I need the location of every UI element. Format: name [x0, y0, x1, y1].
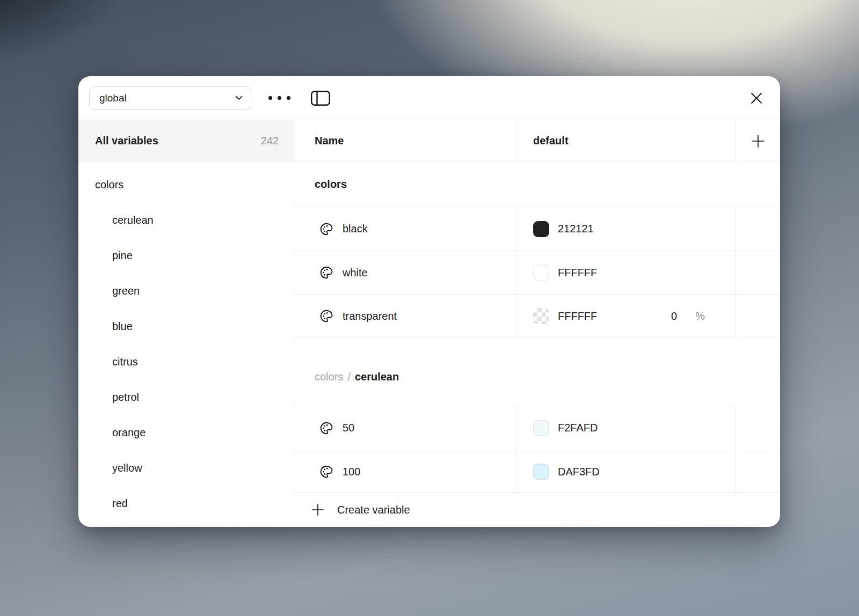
hex-value[interactable]: FFFFFF — [558, 267, 597, 279]
blurred-desktop-background: global — [0, 0, 859, 616]
create-variable-label: Create variable — [337, 504, 410, 516]
sidebar-item-yellow[interactable]: yellow — [78, 450, 295, 486]
opacity-unit: % — [695, 310, 705, 322]
topbar-right-section — [295, 76, 780, 120]
breadcrumb-separator: / — [347, 371, 351, 383]
breadcrumb-current: cerulean — [355, 371, 399, 383]
variable-row-50[interactable]: 50 F2FAFD — [295, 405, 780, 451]
plus-icon — [311, 503, 324, 516]
sidebar-item-blue[interactable]: blue — [78, 309, 295, 344]
sidebar-item-red[interactable]: red — [78, 486, 295, 521]
plus-icon — [751, 134, 765, 148]
group-header-colors: colors — [295, 162, 780, 207]
variables-modal: global — [78, 76, 780, 527]
sidebar-item-colors[interactable]: colors — [78, 167, 295, 202]
palette-icon — [319, 309, 334, 324]
sidebar-item-orange[interactable]: orange — [78, 415, 295, 450]
variable-row-black[interactable]: black 212121 — [295, 207, 780, 251]
hex-value[interactable]: F2FAFD — [558, 422, 598, 434]
transparent-swatch[interactable] — [533, 308, 549, 324]
variable-name: transparent — [343, 310, 397, 322]
toggle-sidebar-button[interactable] — [309, 89, 332, 108]
close-icon — [750, 92, 763, 105]
column-header-default-mode[interactable]: default — [517, 120, 736, 162]
sidebar-item-pine[interactable]: pine — [78, 238, 295, 273]
variable-row-transparent[interactable]: transparent FFFFFF 0 % — [295, 295, 780, 338]
variable-row-white[interactable]: white FFFFFF — [295, 251, 780, 295]
variable-name: black — [343, 223, 368, 235]
variable-row-100[interactable]: 100 DAF3FD — [295, 451, 780, 493]
sidebar-group-list: colors cerulean pine green blue citrus p… — [78, 162, 295, 521]
create-variable-button[interactable]: Create variable — [295, 493, 780, 527]
collection-dropdown[interactable]: global — [89, 86, 251, 110]
sidebar-item-green[interactable]: green — [78, 273, 295, 309]
color-swatch[interactable] — [533, 464, 549, 480]
sidebar-layout-icon — [311, 91, 330, 106]
sidebar-item-citrus[interactable]: citrus — [78, 344, 295, 379]
modal-topbar: global — [78, 76, 780, 120]
close-button[interactable] — [748, 90, 765, 107]
sidebar-item-all-variables[interactable]: All variables 242 — [78, 120, 295, 162]
palette-icon — [319, 421, 334, 436]
variable-name: 100 — [343, 466, 360, 478]
palette-icon — [319, 222, 334, 237]
color-swatch[interactable] — [533, 265, 549, 281]
variable-name: white — [343, 267, 368, 279]
hex-value[interactable]: 212121 — [558, 223, 594, 235]
group-header-colors-cerulean: colors / cerulean — [295, 338, 780, 405]
variable-value-cell[interactable]: FFFFFF 0 % — [517, 295, 736, 338]
variable-value-cell[interactable]: DAF3FD — [517, 451, 736, 492]
hex-value[interactable]: FFFFFF — [558, 310, 597, 322]
sidebar-item-cerulean[interactable]: cerulean — [78, 202, 295, 238]
ellipsis-icon — [268, 96, 272, 100]
palette-icon — [319, 265, 334, 280]
all-variables-count: 242 — [261, 135, 279, 147]
chevron-down-icon — [235, 96, 243, 100]
collection-dropdown-value: global — [99, 92, 127, 104]
table-header-row: Name default — [295, 120, 780, 162]
sidebar-item-petrol[interactable]: petrol — [78, 379, 295, 415]
more-options-button[interactable] — [264, 92, 295, 104]
variable-value-cell[interactable]: F2FAFD — [517, 405, 736, 451]
variables-table: Name default colors — [295, 120, 780, 527]
variable-value-cell[interactable]: FFFFFF — [517, 251, 736, 294]
breadcrumb-parent: colors — [315, 371, 343, 383]
topbar-left-section: global — [78, 76, 295, 120]
add-mode-button[interactable] — [749, 132, 767, 150]
column-header-name: Name — [295, 120, 517, 162]
all-variables-label: All variables — [95, 135, 158, 147]
color-swatch[interactable] — [533, 420, 549, 436]
variables-sidebar: All variables 242 colors cerulean pine g… — [78, 120, 295, 527]
hex-value[interactable]: DAF3FD — [558, 466, 600, 478]
variable-name: 50 — [343, 422, 354, 434]
opacity-value[interactable]: 0 — [671, 310, 677, 322]
variable-value-cell[interactable]: 212121 — [517, 207, 736, 251]
palette-icon — [319, 464, 334, 479]
color-swatch[interactable] — [533, 221, 549, 237]
